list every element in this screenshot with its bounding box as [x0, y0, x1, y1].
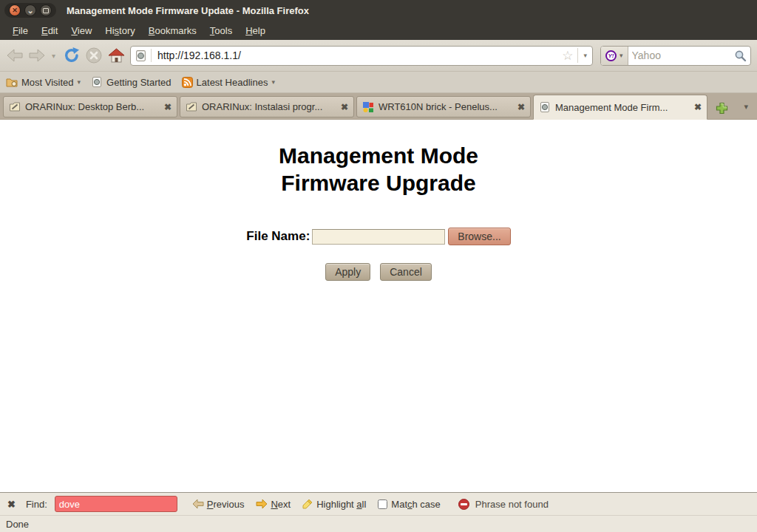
- page-title: Management Mode Firmware Upgrade: [0, 142, 757, 197]
- bookmark-label: Latest Headlines: [197, 77, 268, 88]
- bookmark-most-visited[interactable]: Most Visited ▾: [6, 77, 81, 88]
- bookmark-star-icon[interactable]: ☆: [562, 48, 573, 64]
- file-name-label: File Name:: [246, 229, 310, 244]
- next-arrow-icon: [256, 499, 268, 509]
- tab-title: ORARINux: Desktop Berb...: [25, 101, 160, 112]
- find-close-button[interactable]: ✖: [7, 499, 16, 510]
- status-bar: Done: [0, 515, 757, 532]
- page-title-line2: Firmware Upgrade: [0, 169, 757, 197]
- tab-close-icon[interactable]: ✖: [341, 102, 348, 112]
- tab-wrt610n-brick[interactable]: WRT610N brick - Penelus... ✖: [356, 96, 531, 117]
- search-engine-selector[interactable]: Y! ▾: [601, 47, 628, 65]
- orarinux-favicon: [9, 101, 21, 112]
- tab-close-icon[interactable]: ✖: [694, 102, 702, 112]
- match-case-label[interactable]: Match case: [391, 499, 440, 510]
- titlebar: ✕ ⌄ Management Mode Firmware Update - Mo…: [0, 0, 757, 21]
- forward-arrow-icon: [28, 48, 46, 63]
- file-name-input[interactable]: [312, 229, 445, 245]
- page-favicon: [539, 101, 551, 113]
- menu-file[interactable]: File: [6, 23, 35, 38]
- latest-headlines-dropdown-arrow: ▾: [271, 78, 275, 86]
- plus-icon: [716, 102, 728, 115]
- stop-button[interactable]: [85, 47, 103, 64]
- tab-bar: ORARINux: Desktop Berb... ✖ ORARINux: In…: [0, 93, 757, 120]
- reload-icon: [63, 47, 81, 64]
- find-status-text: Phrase not found: [475, 499, 549, 510]
- match-case-option: Match case: [378, 499, 440, 510]
- find-bar: ✖ Find: Previous Next Highlight all Matc…: [0, 492, 757, 515]
- yahoo-icon: Y!: [605, 50, 617, 61]
- previous-arrow-icon: [192, 499, 204, 509]
- find-label: Find:: [26, 499, 47, 510]
- bookmark-latest-headlines[interactable]: Latest Headlines ▾: [182, 77, 275, 88]
- tab-orarinux-desktop[interactable]: ORARINux: Desktop Berb... ✖: [3, 96, 177, 117]
- bookmark-label: Most Visited: [21, 77, 74, 88]
- highlighter-icon: [302, 499, 313, 510]
- browse-button[interactable]: Browse...: [448, 228, 510, 245]
- url-bar[interactable]: ☆ ▾: [130, 46, 593, 66]
- bookmark-getting-started[interactable]: Getting Started: [91, 76, 171, 88]
- bookmark-label: Getting Started: [106, 77, 171, 88]
- page-icon: [91, 76, 103, 88]
- most-visited-dropdown-arrow: ▾: [78, 78, 81, 86]
- window-title: Management Mode Firmware Update - Mozill…: [67, 5, 309, 16]
- reload-button[interactable]: [63, 47, 81, 64]
- menu-tools[interactable]: Tools: [203, 23, 239, 38]
- not-found-icon: [458, 499, 469, 510]
- minimize-window-button[interactable]: ⌄: [24, 4, 36, 16]
- rss-icon: [182, 77, 193, 88]
- menu-edit[interactable]: Edit: [35, 23, 64, 38]
- tab-orarinux-instalasi[interactable]: ORARINux: Instalasi progr... ✖: [180, 96, 354, 117]
- stop-icon: [85, 47, 103, 64]
- home-icon: [107, 47, 126, 64]
- history-dropdown-arrow[interactable]: ▾: [52, 52, 55, 60]
- tab-title: Management Mode Firm...: [555, 102, 690, 113]
- back-button[interactable]: [6, 48, 24, 63]
- not-found-bar: [461, 503, 467, 505]
- tab-close-icon[interactable]: ✖: [517, 102, 525, 112]
- home-button[interactable]: [107, 47, 126, 64]
- form-actions: Apply Cancel: [0, 263, 757, 281]
- search-box: Y! ▾: [600, 46, 751, 66]
- menu-history[interactable]: History: [98, 23, 141, 38]
- maximize-window-button[interactable]: [40, 4, 52, 16]
- find-previous-button[interactable]: Previous: [192, 499, 245, 510]
- apply-button[interactable]: Apply: [325, 263, 370, 281]
- maximize-icon: [43, 8, 49, 13]
- menu-help[interactable]: Help: [239, 23, 272, 38]
- cancel-button[interactable]: Cancel: [380, 263, 432, 281]
- tab-management-mode[interactable]: Management Mode Firm... ✖: [533, 95, 707, 120]
- urlbar-divider: [151, 49, 152, 62]
- close-window-button[interactable]: ✕: [9, 4, 21, 16]
- firefox-window: ✕ ⌄ Management Mode Firmware Update - Mo…: [0, 0, 757, 532]
- search-icon[interactable]: [734, 50, 747, 62]
- menubar: File Edit View History Bookmarks Tools H…: [0, 21, 757, 40]
- highlight-all-button[interactable]: Highlight all: [302, 499, 366, 510]
- find-previous-label: Previous: [207, 499, 245, 510]
- match-case-checkbox[interactable]: [378, 499, 387, 509]
- tab-close-icon[interactable]: ✖: [164, 102, 172, 112]
- bookmarks-toolbar: Most Visited ▾ Getting Started Latest He…: [0, 72, 757, 93]
- menu-bookmarks[interactable]: Bookmarks: [142, 23, 203, 38]
- tab-title: ORARINux: Instalasi progr...: [202, 101, 336, 112]
- orarinux-favicon: [186, 101, 197, 112]
- address-input[interactable]: [156, 49, 562, 62]
- page-content: Management Mode Firmware Upgrade File Na…: [0, 120, 757, 492]
- menu-view[interactable]: View: [64, 23, 98, 38]
- new-tab-button[interactable]: [716, 102, 728, 115]
- search-input[interactable]: [628, 50, 734, 61]
- url-dropdown-arrow[interactable]: ▾: [577, 48, 588, 63]
- page-favicon: [135, 50, 147, 62]
- highlight-all-label: Highlight all: [316, 499, 366, 510]
- find-next-button[interactable]: Next: [256, 499, 291, 510]
- window-controls: ✕ ⌄: [4, 3, 56, 18]
- folder-icon: [6, 77, 18, 87]
- back-arrow-icon: [6, 48, 24, 63]
- page-title-line1: Management Mode: [0, 142, 757, 169]
- file-upload-row: File Name: Browse...: [0, 228, 757, 245]
- google-favicon: [362, 101, 374, 113]
- find-input[interactable]: [55, 496, 177, 512]
- forward-button[interactable]: [28, 48, 46, 63]
- status-text: Done: [6, 519, 29, 530]
- tab-list-dropdown-arrow[interactable]: ▾: [744, 102, 748, 112]
